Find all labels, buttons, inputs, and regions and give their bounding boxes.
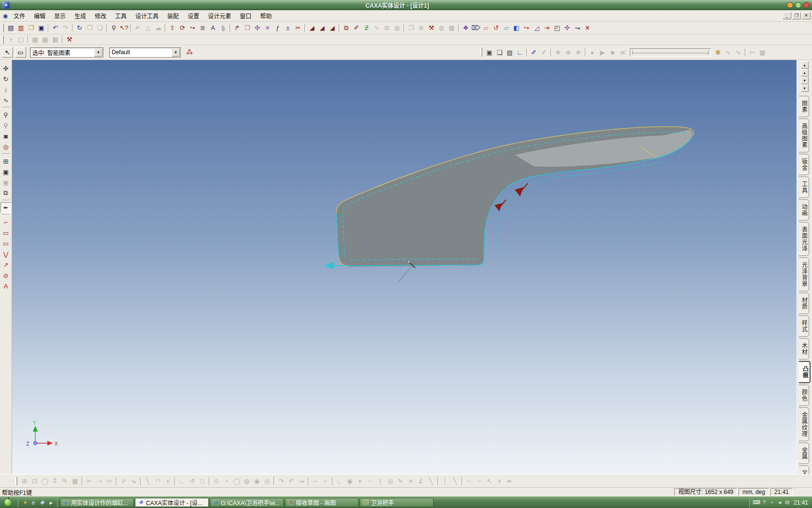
shell-tool-icon[interactable]: ❒ <box>242 23 252 33</box>
wedge-tool-1-icon[interactable]: ◢ <box>307 23 317 33</box>
task-viewer[interactable]: ◎ G:\CAXA\卫浴把手\w... <box>210 498 284 507</box>
new-design-icon[interactable]: ▥ <box>16 23 26 33</box>
menu-item[interactable]: 工具 <box>111 11 131 21</box>
smart-mark-icon[interactable]: Ƶ <box>362 23 372 33</box>
rotate-measure-icon[interactable]: ⊘ <box>0 270 11 281</box>
handle-arrow-1[interactable] <box>515 183 528 196</box>
edge-fillet-icon[interactable]: ⌐ <box>0 217 11 227</box>
push-face-icon[interactable]: ⇥ <box>542 23 552 33</box>
zoom-icon[interactable]: ⚲ <box>0 109 11 120</box>
deform-tool-icon[interactable]: ↺ <box>491 23 501 33</box>
wedge-tool-3-icon[interactable]: ◢ <box>327 23 337 33</box>
blue-box-icon[interactable]: ◧ <box>511 23 522 33</box>
design-tree-icon[interactable]: ⁂ <box>184 47 195 58</box>
tray-display-icon[interactable]: ▫ <box>768 499 776 506</box>
render-page-icon[interactable]: ❏ <box>494 47 505 57</box>
extrude-feature-icon[interactable]: ⇧ <box>167 23 177 33</box>
curve-arrow-icon[interactable]: ↪ <box>522 23 532 33</box>
menu-item[interactable]: 文件 <box>9 11 29 21</box>
task-paint[interactable]: ✎ 接收草图 - 画图 <box>285 498 359 507</box>
chevron-down-icon[interactable]: ▼ <box>172 48 180 57</box>
menu-item[interactable]: 修改 <box>90 11 111 21</box>
stamp-tool-icon[interactable]: ⧉ <box>341 23 351 33</box>
menu-item[interactable]: 帮助 <box>256 11 276 21</box>
section-tool-icon[interactable]: ▭ <box>0 238 11 249</box>
sheet-pink-icon[interactable]: ▱ <box>481 23 491 33</box>
remove-material-icon[interactable]: ⚒ <box>64 35 74 44</box>
start-button[interactable] <box>4 498 12 507</box>
zoom-window-icon[interactable]: ⚲ <box>0 120 11 131</box>
corner-box-icon[interactable]: ◰ <box>552 23 562 33</box>
title-minimize-button[interactable] <box>787 2 793 8</box>
boolean-cube-icon[interactable]: ❖ <box>461 23 471 33</box>
edit-surface-icon[interactable]: ✐ <box>351 23 362 33</box>
quicklaunch-ie-icon[interactable]: e <box>29 498 38 507</box>
l-square-icon[interactable]: ∟ <box>515 47 525 57</box>
multi-camera-icon[interactable]: ⧉ <box>0 188 11 198</box>
menu-item[interactable]: 显示 <box>50 11 70 21</box>
target-point-icon[interactable]: ◎ <box>0 141 11 152</box>
task-browser[interactable]: e 用实体设计作的烟缸... <box>60 498 134 507</box>
handle-arrow-2[interactable] <box>494 200 506 211</box>
formula-icon[interactable]: ƒ <box>273 23 283 33</box>
fly-mode-icon[interactable]: ↕ <box>0 84 11 95</box>
regenerate-icon[interactable]: ↻ <box>74 23 85 33</box>
menu-item[interactable]: 编辑 <box>29 11 50 21</box>
measure-icon[interactable]: ↗ <box>0 259 11 270</box>
material-cut-icon[interactable]: ⚒ <box>426 23 436 33</box>
new-file-icon[interactable]: ▤ <box>6 23 16 33</box>
pan-icon[interactable]: ✜ <box>0 63 11 74</box>
tray-help-icon[interactable]: ? <box>760 499 768 506</box>
smart-animation-icon[interactable]: ❇ <box>713 47 723 57</box>
scale-tool-icon[interactable]: ± <box>283 23 293 33</box>
roam-path-icon[interactable]: ∿ <box>0 95 11 105</box>
pattern-fan-icon[interactable]: ✣ <box>252 23 262 33</box>
mdi-close-button[interactable]: ✕ <box>802 12 811 19</box>
save-icon[interactable]: ▣ <box>36 23 46 33</box>
search-binoculars-icon[interactable]: ⚲ <box>109 23 119 33</box>
tab-scroll-down-button[interactable]: ▼ <box>801 77 809 84</box>
style-dropdown[interactable]: Default ▼ <box>109 47 181 58</box>
select-window-button[interactable]: ▭ <box>15 47 26 58</box>
render-hatch-icon[interactable]: ▨ <box>505 47 515 57</box>
selection-filter-dropdown[interactable]: 选中: 智能图素 ▼ <box>30 47 103 58</box>
mirror-tool-icon[interactable]: ✣ <box>562 23 572 33</box>
quicklaunch-tiger-icon[interactable]: ✦ <box>20 498 29 507</box>
title-maximize-button[interactable] <box>795 2 801 8</box>
render-style-icon[interactable]: ✒ <box>0 202 11 213</box>
delete-cross-icon[interactable]: ✕ <box>582 23 593 33</box>
chevron-down-icon[interactable]: ▼ <box>94 48 102 57</box>
trim-scissors-icon[interactable]: ✂ <box>293 23 303 33</box>
task-folder[interactable]: ❒ 卫浴把手 <box>360 498 434 507</box>
text-wizard-icon[interactable]: A <box>208 23 218 33</box>
spiral-tool-icon[interactable]: § <box>218 23 228 33</box>
extrude-direction-arrow[interactable] <box>323 262 334 269</box>
tab-scroll-up-button[interactable]: ▲ <box>801 69 809 76</box>
menu-item[interactable]: 装配 <box>163 11 183 21</box>
quicklaunch-media-icon[interactable]: ❖ <box>38 498 46 507</box>
select-cursor-button[interactable]: ↖ <box>2 47 13 58</box>
3d-viewport[interactable]: Y X Z <box>12 60 797 474</box>
quicklaunch-expand-icon[interactable]: ▸ <box>46 498 55 507</box>
render-solid-icon[interactable]: ▣ <box>484 47 494 57</box>
viewport-icon[interactable]: ⊞ <box>0 156 11 166</box>
open-folder-icon[interactable]: ❒ <box>26 23 36 33</box>
tab-scroll-first-button[interactable]: ▲ <box>801 61 809 69</box>
hook-curve-icon[interactable]: ↝ <box>572 23 582 33</box>
menu-item[interactable]: 窗口 <box>235 11 256 21</box>
tray-network-icon[interactable]: ⊟ <box>783 499 791 506</box>
tray-chevron-icon[interactable]: ◂ <box>776 499 783 506</box>
menu-item[interactable]: 生成 <box>70 11 90 21</box>
tray-keyboard-icon[interactable]: ⌨ <box>753 499 760 506</box>
menu-item[interactable]: 设置 <box>183 11 203 21</box>
rotate-view-icon[interactable]: ↻ <box>0 74 11 84</box>
wedge-tool-2-icon[interactable]: ◢ <box>317 23 327 33</box>
loft-sheets-icon[interactable]: ≡ <box>262 23 273 33</box>
undo-icon[interactable]: ↶ <box>50 23 60 33</box>
task-caxa[interactable]: ❖ CAXA实体设计 - [设... <box>135 498 209 507</box>
title-close-button[interactable] <box>803 2 810 8</box>
menu-item[interactable]: 设计元素 <box>203 11 235 21</box>
mdi-minimize-button[interactable]: _ <box>783 12 791 19</box>
tab-scroll-last-button[interactable]: ▼ <box>801 85 809 92</box>
context-help-icon[interactable]: ↖? <box>119 23 129 33</box>
